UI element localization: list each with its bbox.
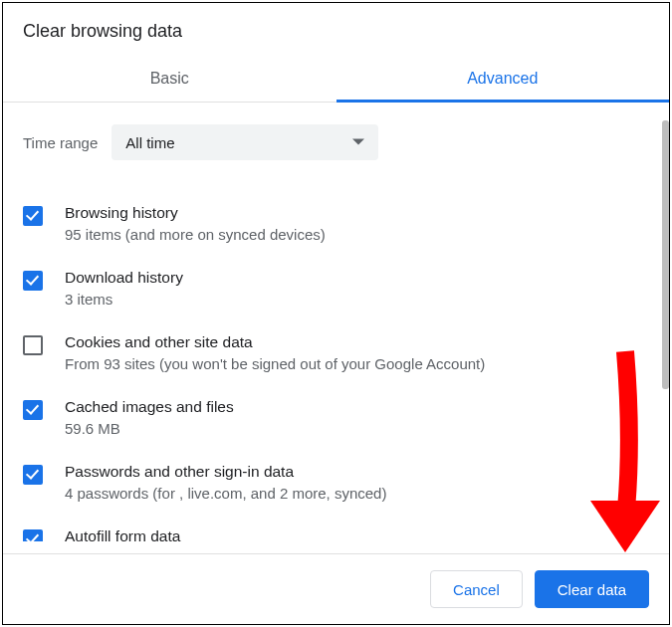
- option-autofill[interactable]: Autofill form data: [23, 516, 649, 549]
- dialog-title: Clear browsing data: [3, 3, 669, 56]
- time-range-value: All time: [125, 134, 174, 151]
- checkbox-passwords[interactable]: [23, 465, 43, 485]
- scrollbar-thumb[interactable]: [662, 120, 669, 389]
- dialog-body: Time range All time Browsing history 95 …: [3, 103, 669, 553]
- chevron-down-icon: [352, 134, 364, 151]
- tab-basic[interactable]: Basic: [3, 56, 336, 102]
- option-title: Browsing history: [65, 204, 326, 222]
- option-title: Passwords and other sign-in data: [65, 463, 386, 481]
- option-cookies[interactable]: Cookies and other site data From 93 site…: [23, 321, 649, 386]
- clear-browsing-data-dialog: Clear browsing data Basic Advanced Time …: [2, 2, 670, 625]
- checkbox-cached-images[interactable]: [23, 400, 43, 420]
- checkbox-browsing-history[interactable]: [23, 206, 43, 226]
- option-subtitle: 3 items: [65, 291, 183, 308]
- option-browsing-history[interactable]: Browsing history 95 items (and more on s…: [23, 192, 649, 257]
- option-title: Cached images and files: [65, 398, 234, 416]
- option-subtitle: 59.6 MB: [65, 420, 234, 437]
- checkbox-download-history[interactable]: [23, 271, 43, 291]
- dialog-footer: Cancel Clear data: [3, 553, 669, 624]
- tab-advanced[interactable]: Advanced: [336, 56, 670, 102]
- time-range-select[interactable]: All time: [112, 124, 378, 160]
- option-title: Cookies and other site data: [65, 333, 485, 351]
- checkbox-autofill[interactable]: [23, 529, 43, 549]
- option-passwords[interactable]: Passwords and other sign-in data 4 passw…: [23, 451, 649, 516]
- time-range-label: Time range: [23, 134, 98, 151]
- cancel-button[interactable]: Cancel: [430, 570, 523, 608]
- time-range-row: Time range All time: [23, 103, 649, 168]
- clear-data-button[interactable]: Clear data: [535, 570, 649, 608]
- option-subtitle: 95 items (and more on synced devices): [65, 226, 326, 243]
- options-list: Browsing history 95 items (and more on s…: [23, 168, 649, 549]
- option-title: Download history: [65, 269, 183, 287]
- checkbox-cookies[interactable]: [23, 335, 43, 355]
- option-download-history[interactable]: Download history 3 items: [23, 257, 649, 321]
- option-subtitle: 4 passwords (for , live.com, and 2 more,…: [65, 485, 386, 502]
- scroll-area[interactable]: Time range All time Browsing history 95 …: [3, 103, 669, 553]
- option-cached-images[interactable]: Cached images and files 59.6 MB: [23, 386, 649, 451]
- tabs: Basic Advanced: [3, 56, 669, 103]
- option-subtitle: From 93 sites (you won't be signed out o…: [65, 355, 485, 372]
- option-title: Autofill form data: [65, 527, 180, 545]
